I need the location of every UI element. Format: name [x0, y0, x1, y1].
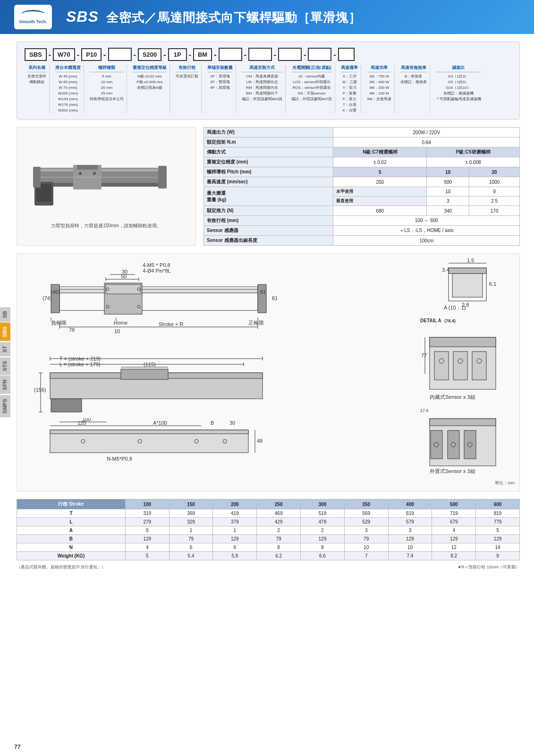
svg-text:4-M5＊P0.8: 4-M5＊P0.8	[143, 262, 170, 268]
spec-travel-val: 100 ～ 600	[333, 216, 520, 226]
sidebar-item-st[interactable]: ST	[0, 342, 10, 356]
table-row: T 319369419469519569619719819	[17, 509, 520, 518]
drawings-inner: 50 30 4-Ø4 Pin*8L 4-M5＊P0.8 61 負極限 Home …	[22, 258, 515, 486]
svg-text:外置式Sensor x 3組: 外置式Sensor x 3組	[430, 468, 475, 474]
pn-labels-row: 系列名稱 全密式滑件 傳動模組 滑台本體寬度 W 45 (mm) W 65 (m…	[25, 65, 512, 113]
svg-rect-104	[464, 430, 476, 459]
spec-sensor-label: Sensor 感應器	[204, 226, 333, 236]
spec-thrust-label: 額定推力 (N)	[204, 206, 333, 216]
spec-sensor-val: ＋LS，-LS，HOME / axis	[333, 226, 520, 236]
svg-rect-13	[59, 289, 258, 293]
svg-text:4-Ø4 Pin*8L: 4-Ø4 Pin*8L	[143, 268, 171, 274]
svg-rect-21	[258, 284, 266, 313]
spec-maxload-v-col2: 2.5	[469, 197, 520, 206]
sbs-brand: SBS	[66, 8, 99, 25]
product-image-svg	[26, 144, 186, 220]
pn-seg-series: 系列名稱 全密式滑件 傳動模組	[25, 65, 50, 113]
svg-rect-93	[434, 352, 449, 380]
spec-thrust-col2: 340	[427, 206, 469, 216]
pn-1p: 1P	[168, 48, 187, 61]
svg-text:A*100: A*100	[153, 420, 167, 426]
stroke-table-header-5: 300	[301, 499, 345, 509]
svg-text:10: 10	[114, 328, 120, 334]
stroke-table-header-7: 400	[388, 499, 432, 509]
table-row: N 4668810101214	[17, 543, 520, 552]
sidebar-item-smps[interactable]: SMPS	[0, 395, 10, 417]
svg-rect-95	[472, 352, 486, 380]
spec-torque-val: 0.64	[333, 137, 520, 147]
svg-text:30: 30	[122, 269, 127, 275]
detail-a-small-svg: 1.5 3.4 6.1 2.8 A (10：1)	[420, 258, 510, 310]
table-row: Weight (KG) 55.45.86.26.677.48.29	[17, 552, 520, 560]
sidebar-item-sb[interactable]: SB	[0, 307, 10, 322]
spec-lead-col1: 5	[333, 167, 427, 177]
stroke-table-header-6: 350	[344, 499, 388, 509]
pn-p10: P10	[81, 48, 102, 61]
spec-drive-col1: N級:C7精選螺桿	[333, 147, 427, 157]
spec-maxload-h-col1: 10	[427, 187, 469, 197]
inner-sensor-drawing: 77 內藏式Sensor x 3組	[420, 328, 510, 404]
svg-text:6.1: 6.1	[489, 281, 496, 287]
svg-rect-8	[33, 167, 41, 188]
pn-sbs: SBS	[25, 48, 47, 61]
header: Smooth Tech. SBS 全密式／馬達間接式向下螺桿驅動［單滑塊］	[0, 0, 534, 34]
pn-seg-sensor-type: 光電開關(正/負/原點) IS：sensor內藏 LOS：sensor外部露出 …	[288, 65, 335, 113]
unit-note: 單位：mm	[420, 480, 515, 486]
stroke-table-header-3: 200	[213, 499, 257, 509]
outer-sensor-drawing: 外置式Sensor x 3組	[420, 414, 510, 480]
svg-text:(40): (40)	[51, 289, 60, 295]
pn-accuracy	[108, 48, 132, 61]
svg-rect-103	[448, 430, 459, 459]
spec-drive-label: 傳動方式	[204, 147, 333, 157]
main-content: SBS - W70 - P10 - - S200 - 1P - BM - - -…	[0, 34, 534, 578]
spec-motor-output-label: 馬達出力 (W)	[204, 128, 333, 137]
pn-w70: W70	[53, 48, 75, 61]
sidebar-item-spr[interactable]: SPR	[0, 376, 10, 394]
spec-torque-label: 額定扭矩 N.m	[204, 137, 333, 147]
header-title: SBS 全密式／馬達間接式向下螺桿驅動［單滑塊］	[66, 8, 361, 26]
spec-lead-col2: 10	[427, 167, 469, 177]
svg-text:(74): (74)	[42, 295, 52, 301]
svg-rect-90	[430, 337, 496, 347]
spec-motor-output-val: 200W / 220V	[333, 128, 520, 137]
svg-text:100: 100	[82, 418, 91, 422]
spec-maxload-h-sublabel: 水平使用	[333, 187, 427, 197]
stroke-table-header-8: 500	[432, 499, 476, 509]
spec-maxload-h-col2: 9	[469, 187, 520, 197]
footer-note2: ★R＝預留行程 10mm（可客製）	[458, 564, 520, 570]
svg-rect-94	[453, 352, 467, 380]
spec-accuracy-col2: ± 0.008	[427, 157, 520, 167]
spec-accuracy-label: 重複定位精度 (mm)	[204, 157, 333, 167]
pn-bm: BM	[193, 48, 212, 61]
svg-rect-102	[431, 430, 442, 459]
bottom-view-drawing: 120 A*100 B 30 100 48 N-M5*P0.8	[22, 418, 296, 465]
part-number-row: SBS - W70 - P10 - - S200 - 1P - BM - - -…	[25, 48, 512, 61]
pn-seg-brake: 馬達有無煞車 B：有煞車 未標記：無煞車	[398, 65, 430, 113]
sidebar-item-sbs[interactable]: SBS	[0, 323, 10, 341]
pn-seg-lead: 螺桿種類 5 mm 10 mm 20 mm 25 mm 特殊導程請洽本公司	[87, 65, 127, 113]
svg-text:N-M5*P0.8: N-M5*P0.8	[107, 456, 132, 462]
stroke-table-header-9: 600	[476, 499, 520, 509]
detail-a-label-box: DETAIL A (78.4)	[420, 318, 515, 323]
svg-text:Stroke + R: Stroke + R	[159, 321, 183, 327]
outer-sensor-section: 17.5 外置式Sensor x 3組 單位：mm	[420, 408, 515, 486]
spec-accuracy-col1: ± 0.02	[333, 157, 427, 167]
pn-motor-power	[278, 48, 302, 61]
footer-notes: （產品式樣外觀、規格的變更恕不另行通知。） ★R＝預留行程 10mm（可客製）	[17, 564, 520, 570]
svg-text:78: 78	[69, 327, 75, 333]
svg-text:1.5: 1.5	[467, 258, 474, 263]
table-row: B 129791297912979129129129	[17, 535, 520, 543]
table-row: A 011223345	[17, 526, 520, 535]
svg-text:A (10：1): A (10：1)	[444, 305, 466, 310]
pn-s200: S200	[138, 48, 161, 61]
spec-maxload-label: 最大搬運重量 (kg)	[204, 187, 333, 206]
part-number-section: SBS - W70 - P10 - - S200 - 1P - BM - - -…	[17, 42, 520, 120]
svg-text:3.4: 3.4	[442, 267, 449, 273]
spec-maxspd-col2: 500	[427, 177, 469, 187]
pn-seg-motor-brand: 馬達週率 S：三洋 M：三菱 Y：安川 P：富雅 F：富士 T：台達 K：台豐	[338, 65, 361, 113]
svg-text:48: 48	[257, 438, 263, 444]
top-view-drawing: 50 30 4-Ø4 Pin*8L 4-M5＊P0.8 61 負極限 Home …	[22, 258, 296, 353]
footer-note1: （產品式樣外觀、規格的變更恕不另行通知。）	[17, 564, 106, 570]
spec-maxspd-col1: 250	[333, 177, 427, 187]
sidebar-item-sts[interactable]: STS	[0, 357, 10, 375]
